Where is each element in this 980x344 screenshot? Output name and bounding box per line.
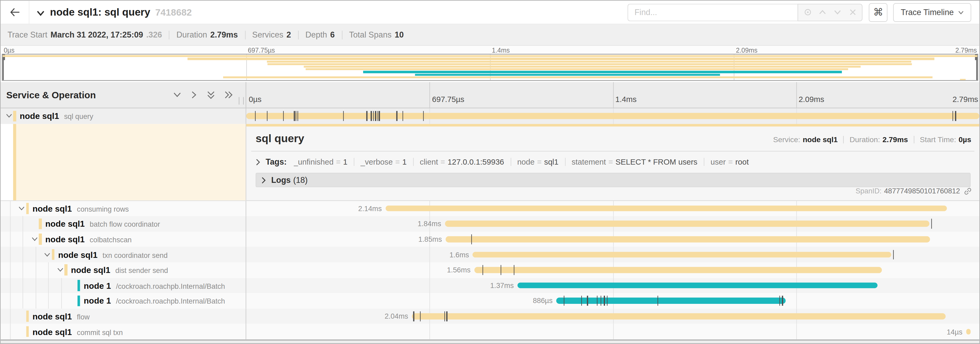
divider	[565, 158, 565, 166]
divider	[510, 158, 511, 166]
logs-row[interactable]: Logs (18)	[256, 173, 970, 187]
chevron-down-icon[interactable]	[36, 10, 45, 16]
span-track[interactable]: 2.04ms	[246, 309, 980, 324]
tag-key: node	[517, 157, 535, 166]
span-bar[interactable]	[385, 206, 947, 212]
expand-one-icon[interactable]	[191, 90, 197, 99]
tag-equals: =	[441, 157, 445, 166]
minimap-span	[415, 74, 720, 76]
span-label-cell[interactable]: node 1/cockroach.roachpb.Internal/Batch	[0, 278, 246, 293]
span-log-tick	[447, 312, 447, 321]
span-track[interactable]: 886µs	[246, 293, 980, 308]
tag-item: statement=SELECT * FROM users	[571, 157, 697, 166]
span-track[interactable]: 1.85ms	[246, 232, 980, 247]
span-bar[interactable]	[412, 314, 946, 320]
chevron-down-icon[interactable]	[5, 114, 12, 118]
tree-indent-guide	[10, 324, 10, 339]
span-bar[interactable]	[474, 267, 882, 273]
span-label-cell[interactable]: node 1/cockroach.roachpb.Internal/Batch	[0, 293, 246, 308]
span-bar[interactable]	[445, 221, 929, 227]
tree-indent-guide	[10, 232, 10, 247]
span-label-cell[interactable]: node sql1dist sender send	[0, 262, 246, 278]
tree-indent-guide	[22, 216, 23, 232]
minimap-span	[223, 76, 932, 78]
tag-key: _unfinished	[294, 157, 334, 166]
span-track[interactable]: 14µs	[246, 324, 980, 339]
trace-view-selector-button[interactable]: Trace Timeline	[893, 3, 971, 22]
span-duration-label: 1.6ms	[449, 251, 473, 258]
span-bar[interactable]	[246, 113, 980, 119]
expand-all-icon[interactable]	[224, 90, 233, 99]
span-color-stripe	[13, 124, 16, 200]
service-name: node sql1	[45, 219, 85, 229]
chevron-down-icon[interactable]	[44, 252, 51, 257]
minimap-canvas[interactable]	[2, 54, 978, 81]
tag-key: statement	[571, 157, 606, 166]
tree-indent-guide	[48, 278, 49, 293]
gridline	[796, 293, 797, 308]
span-duration-label: 1.37ms	[490, 282, 518, 289]
scale-wrapper: node sql1: sql query 7418682	[0, 0, 980, 344]
chevron-down-icon[interactable]	[18, 206, 25, 211]
span-bar[interactable]	[966, 329, 971, 335]
span-log-tick	[420, 312, 421, 321]
horizontal-scrollbar-track[interactable]	[0, 339, 979, 344]
span-label-cell[interactable]: node sql1sql query	[0, 108, 246, 124]
minimap-right-scrubber[interactable]	[976, 54, 978, 80]
span-label-cell[interactable]: node sql1batch flow coordinator	[0, 216, 246, 232]
span-name: node sql1colbatchscan	[45, 234, 132, 245]
span-track[interactable]: 1.84ms	[246, 216, 980, 232]
stat-value: 2.79ms	[883, 135, 908, 144]
prev-result-icon[interactable]	[815, 4, 830, 20]
column-resizer[interactable]	[239, 97, 244, 104]
chevron-down-icon[interactable]	[56, 268, 63, 273]
next-result-icon[interactable]	[830, 4, 845, 20]
span-stat: Service:node sql1	[773, 135, 838, 144]
minimap-left-scrubber[interactable]	[2, 54, 4, 80]
span-bar[interactable]	[446, 236, 930, 242]
span-row: node sql1consuming rows2.14ms	[0, 201, 979, 216]
divider	[913, 136, 914, 143]
span-label-cell[interactable]: node sql1consuming rows	[0, 201, 246, 216]
span-label-cell[interactable]: node sql1commit sql txn	[0, 324, 246, 339]
span-stat: Start Time:0µs	[920, 135, 971, 144]
tree-indent-guide	[35, 262, 36, 278]
span-track[interactable]	[246, 108, 980, 124]
tags-row[interactable]: Tags: _unfinished=1_verbose=1client=127.…	[246, 152, 980, 167]
span-track[interactable]: 2.14ms	[246, 201, 980, 216]
span-bar[interactable]	[517, 282, 877, 288]
collapse-all-icon[interactable]	[206, 90, 216, 99]
locate-icon[interactable]	[800, 4, 815, 20]
span-detail-stats: Service:node sql1Duration:2.79msStart Ti…	[773, 135, 971, 144]
span-bar[interactable]	[473, 252, 891, 258]
span-track[interactable]: 1.56ms	[246, 262, 980, 278]
chevron-down-icon[interactable]	[31, 237, 38, 242]
meta-value: 2	[286, 30, 291, 40]
tag-value: 1	[343, 157, 347, 166]
keyboard-shortcuts-button[interactable]: ⌘	[869, 3, 888, 22]
tag-value: root	[735, 157, 749, 166]
span-track[interactable]: 1.37ms	[246, 278, 980, 293]
meta-value: 10	[395, 30, 404, 40]
collapse-one-icon[interactable]	[172, 91, 182, 98]
find-input[interactable]	[628, 3, 798, 21]
tree-indent-guide	[10, 309, 10, 324]
tree-indent-guide	[48, 293, 49, 308]
top-bar-actions: ⌘ Trace Timeline	[628, 3, 971, 22]
meta-label: Services	[252, 30, 283, 40]
span-label-cell[interactable]: node sql1colbatchscan	[0, 232, 246, 247]
tree-indent-guide	[10, 201, 10, 216]
span-bar[interactable]	[557, 298, 786, 304]
axis-tick-label: 697.75µs	[430, 95, 465, 104]
span-label-cell[interactable]: node sql1flow	[0, 309, 246, 324]
tag-item: client=127.0.0.1:59936	[420, 157, 504, 166]
link-icon[interactable]	[964, 187, 972, 195]
minimap-span	[363, 71, 842, 73]
span-log-tick	[955, 111, 956, 121]
span-track[interactable]: 1.6ms	[246, 247, 980, 262]
clear-search-icon[interactable]	[845, 4, 860, 20]
span-label-cell[interactable]: node sql1txn coordinator send	[0, 247, 246, 262]
back-button[interactable]	[0, 0, 29, 24]
stat-label: Start Time:	[920, 135, 956, 144]
service-name: node 1	[84, 296, 111, 306]
